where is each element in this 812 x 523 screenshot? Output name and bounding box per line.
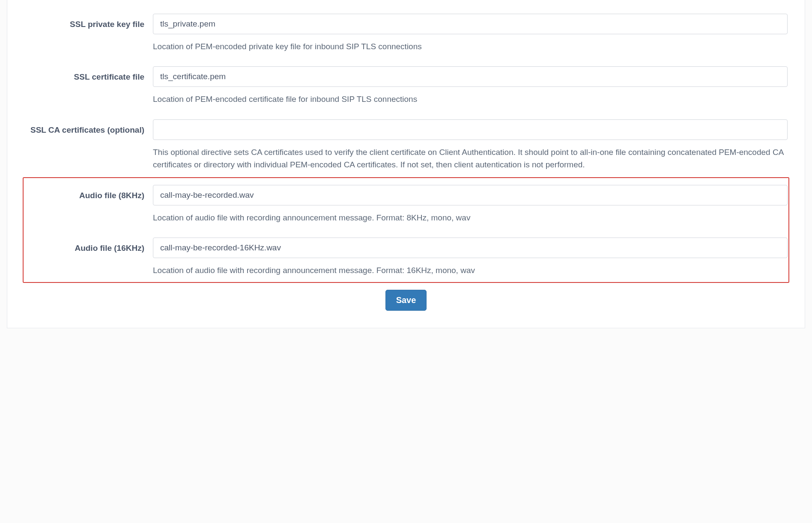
label-audio-8khz: Audio file (8KHz) (24, 185, 153, 202)
label-ssl-ca-certificates: SSL CA certificates (optional) (24, 119, 153, 136)
input-ssl-ca-certificates[interactable] (153, 119, 788, 140)
help-ssl-certificate: Location of PEM-encoded certificate file… (153, 93, 788, 105)
help-ssl-private-key: Location of PEM-encoded private key file… (153, 40, 788, 53)
input-ssl-certificate[interactable] (153, 66, 788, 87)
row-audio-16khz: Audio file (16KHz) Location of audio fil… (24, 224, 788, 276)
input-audio-16khz[interactable] (153, 238, 788, 258)
help-audio-8khz: Location of audio file with recording an… (153, 211, 788, 224)
save-button[interactable]: Save (385, 290, 427, 311)
label-ssl-private-key: SSL private key file (24, 14, 153, 30)
form-panel: SSL private key file Location of PEM-enc… (7, 0, 805, 328)
row-ssl-certificate: SSL certificate file Location of PEM-enc… (24, 53, 788, 105)
row-ssl-private-key: SSL private key file Location of PEM-enc… (24, 0, 788, 53)
field-audio-8khz: Location of audio file with recording an… (153, 185, 788, 224)
button-row: Save (24, 277, 788, 311)
row-ssl-ca-certificates: SSL CA certificates (optional) This opti… (24, 106, 788, 171)
field-audio-16khz: Location of audio file with recording an… (153, 238, 788, 276)
audio-section: Audio file (8KHz) Location of audio file… (24, 171, 788, 277)
help-ssl-ca-certificates: This optional directive sets CA certific… (153, 146, 788, 171)
label-audio-16khz: Audio file (16KHz) (24, 238, 153, 254)
row-audio-8khz: Audio file (8KHz) Location of audio file… (24, 171, 788, 224)
label-ssl-certificate: SSL certificate file (24, 66, 153, 83)
input-audio-8khz[interactable] (153, 185, 788, 205)
help-audio-16khz: Location of audio file with recording an… (153, 264, 788, 276)
field-ssl-ca-certificates: This optional directive sets CA certific… (153, 119, 788, 171)
field-ssl-private-key: Location of PEM-encoded private key file… (153, 14, 788, 53)
input-ssl-private-key[interactable] (153, 14, 788, 34)
field-ssl-certificate: Location of PEM-encoded certificate file… (153, 66, 788, 105)
